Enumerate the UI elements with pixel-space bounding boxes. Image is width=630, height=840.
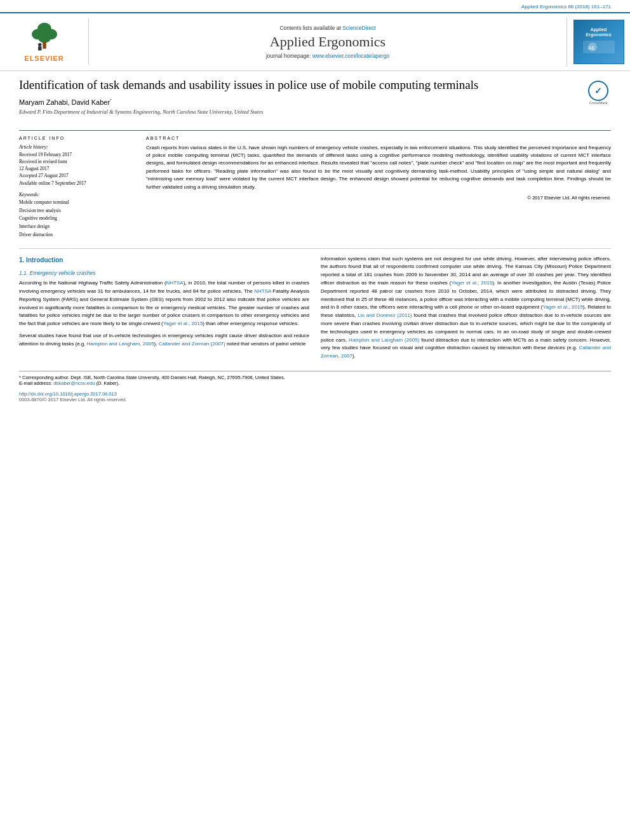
- corresponding-author-note: * Corresponding author. Dept. ISE, North…: [19, 375, 611, 380]
- header-center: Contents lists available at ScienceDirec…: [89, 22, 566, 62]
- article-title-section: Identification of task demands and usabi…: [19, 77, 611, 124]
- body-paragraph-3: information systems claim that such syst…: [321, 255, 611, 361]
- crossmark-section: ✓ CrossMark: [586, 81, 611, 105]
- page: Applied Ergonomics 66 (2018) 161–171 ELS…: [0, 0, 630, 840]
- affiliation: Edward P. Fitts Department of Industrial…: [19, 109, 579, 115]
- journal-badge: AppliedErgonomics AE: [573, 20, 624, 64]
- article-title: Identification of task demands and usabi…: [19, 77, 579, 93]
- article-history: Article history: Received 19 February 20…: [19, 144, 133, 187]
- history-title: Article history:: [19, 144, 133, 150]
- elsevier-tree-icon: [25, 22, 64, 53]
- abstract-heading: ABSTRACT: [146, 136, 611, 140]
- history-revised-date: 12 August 2017: [19, 165, 133, 172]
- callander-zorman-link-2[interactable]: Callander and Zorman, 2007: [321, 345, 611, 359]
- header-banner: ELSEVIER Contents lists available at Sci…: [0, 12, 630, 71]
- yager-2015-link-3[interactable]: Yager et al., 2015: [542, 304, 582, 310]
- keyword-4: Interface design: [19, 223, 133, 231]
- keyword-5: Driver distraction: [19, 231, 133, 239]
- abstract-col: ABSTRACT Crash reports from various stat…: [146, 136, 611, 239]
- svg-rect-4: [43, 42, 46, 49]
- author-note: *: [110, 98, 111, 102]
- subsection-1-1-heading: 1.1. Emergency vehicle crashes: [19, 269, 309, 278]
- footnote-section: * Corresponding author. Dept. ISE, North…: [19, 371, 611, 386]
- keyword-3: Cognitive modeling: [19, 215, 133, 223]
- email-line: E-mail address: dbkaber@ncsu.edu (D. Kab…: [19, 380, 611, 386]
- homepage-link[interactable]: www.elsevier.com/locate/apergo: [312, 53, 389, 59]
- science-direct-line: Contents lists available at ScienceDirec…: [279, 25, 375, 31]
- badge-image: AE: [583, 37, 615, 57]
- email-link[interactable]: dbkaber@ncsu.edu: [53, 380, 95, 386]
- copyright-line: © 2017 Elsevier Ltd. All rights reserved…: [146, 195, 611, 201]
- journal-reference: Applied Ergonomics 66 (2018) 161–171: [0, 0, 630, 12]
- section-divider: [19, 248, 611, 249]
- authors: Maryam Zahabi, David Kaber*: [19, 98, 579, 106]
- history-accepted: Accepted 27 August 2017: [19, 172, 133, 179]
- journal-homepage-line: journal homepage: www.elsevier.com/locat…: [266, 53, 389, 59]
- keyword-2: Decision tree analysis: [19, 207, 133, 215]
- crossmark-label: CrossMark: [589, 101, 607, 105]
- science-direct-prefix: Contents lists available at: [279, 25, 340, 31]
- body-col-right: information systems claim that such syst…: [321, 255, 611, 364]
- hampton-langham-link[interactable]: Hampton and Langham, 2005: [87, 341, 154, 347]
- history-received: Received 19 February 2017: [19, 151, 133, 158]
- footer-copyright: 0003-6870/© 2017 Elsevier Ltd. All right…: [19, 397, 611, 403]
- history-available: Available online 7 September 2017: [19, 180, 133, 187]
- liu-donmez-link[interactable]: Liu and Donmez (2011): [358, 312, 412, 318]
- history-revised-label: Received in revised form: [19, 158, 133, 165]
- hampton-langham-link-2[interactable]: Hampton and Langham (2005): [349, 337, 419, 343]
- section-1-heading: 1. Introduction: [19, 255, 309, 265]
- keywords-section: Keywords: Mobile computer terminal Decis…: [19, 192, 133, 239]
- body-paragraph-2: Several studies have found that use of i…: [19, 332, 309, 349]
- homepage-label: journal homepage:: [266, 53, 311, 59]
- callander-zorman-link[interactable]: Callander and Zorman (2007): [159, 341, 225, 347]
- article-info-heading: ARTICLE INFO: [19, 136, 133, 140]
- journal-badge-section: AppliedErgonomics AE: [566, 17, 630, 67]
- doi-link[interactable]: http://dx.doi.org/10.1016/j.apergo.2017.…: [19, 391, 117, 397]
- svg-text:✓: ✓: [594, 86, 602, 96]
- author-names: Maryam Zahabi, David Kaber: [19, 98, 110, 106]
- body-paragraph-1: According to the National Highway Traffi…: [19, 279, 309, 328]
- elsevier-logo: ELSEVIER: [24, 22, 64, 62]
- svg-text:AE: AE: [588, 45, 595, 51]
- yager-2015-link[interactable]: Yager et al., 2015: [163, 321, 203, 326]
- svg-point-3: [38, 32, 51, 43]
- body-content: 1. Introduction 1.1. Emergency vehicle c…: [19, 255, 611, 364]
- science-direct-link[interactable]: ScienceDirect: [342, 25, 375, 31]
- article-info-col: ARTICLE INFO Article history: Received 1…: [19, 136, 133, 239]
- body-col-left: 1. Introduction 1.1. Emergency vehicle c…: [19, 255, 309, 364]
- abstract-text: Crash reports from various states in the…: [146, 144, 611, 191]
- svg-rect-6: [38, 46, 41, 50]
- badge-title: AppliedErgonomics: [586, 27, 611, 38]
- article-info-abstract: ARTICLE INFO Article history: Received 1…: [19, 130, 611, 239]
- yager-2015-link-2[interactable]: Yager et al., 2015: [451, 280, 492, 286]
- keywords-title: Keywords:: [19, 192, 133, 197]
- journal-title: Applied Ergonomics: [270, 34, 385, 50]
- nhtsa-link-2[interactable]: NHTSA: [254, 288, 271, 294]
- nhtsa-link[interactable]: NHTSA: [166, 280, 184, 286]
- article-title-text: Identification of task demands and usabi…: [19, 77, 579, 119]
- elsevier-logo-section: ELSEVIER: [0, 19, 89, 65]
- elsevier-wordmark: ELSEVIER: [24, 55, 64, 62]
- email-label: E-mail address:: [19, 380, 52, 386]
- journal-ref-text: Applied Ergonomics 66 (2018) 161–171: [521, 4, 611, 10]
- doi-line: http://dx.doi.org/10.1016/j.apergo.2017.…: [19, 391, 611, 397]
- email-name: (D. Kaber).: [96, 380, 119, 386]
- crossmark-icon: ✓: [588, 81, 608, 101]
- main-content: Identification of task demands and usabi…: [0, 71, 630, 415]
- svg-point-5: [38, 43, 41, 46]
- keyword-1: Mobile computer terminal: [19, 199, 133, 207]
